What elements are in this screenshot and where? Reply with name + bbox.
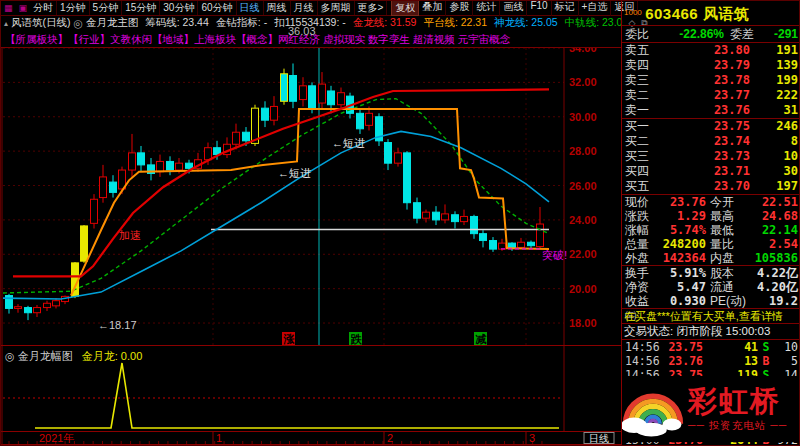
collapse-icon[interactable]: ▴ (1, 19, 11, 28)
tool-button-7[interactable]: 标记 (552, 0, 579, 16)
bid-price: 23.70 (661, 179, 750, 194)
tick-time: 14:56 (625, 354, 659, 368)
tool-button-5[interactable]: 画线 (500, 0, 527, 16)
period-button-6[interactable]: 60分钟 (198, 1, 236, 15)
bid-price: 23.75 (661, 119, 750, 134)
main-candlestick-chart[interactable]: 34.0032.0030.0028.0026.0024.0022.0020.00… (1, 47, 621, 347)
ask-price: 23.79 (661, 58, 750, 73)
period-button-4[interactable]: 15分钟 (122, 1, 160, 15)
metric-神龙线: 神龙线: 25.05 (494, 16, 558, 30)
period-button-11[interactable]: 更多> (355, 1, 388, 15)
period-button-8[interactable]: 周线 (264, 1, 291, 15)
svg-text:24.00: 24.00 (569, 214, 597, 226)
period-button-10[interactable]: 多周期 (318, 1, 355, 15)
indicator-metrics: 筹码线: 23.44金钻指标: -扣115534139: -金龙线: 31.59… (138, 16, 622, 30)
stat-value: 5.74% (659, 223, 710, 237)
indicator-circle-icon[interactable]: ◎ (5, 350, 15, 362)
quote-panel: 1000 603466 风语筑 委比 -22.86% 委差 -291 卖五23.… (621, 1, 800, 446)
period-button-2[interactable]: 1分钟 (57, 1, 90, 15)
ask-row-卖一[interactable]: 卖一23.7631 (622, 103, 800, 119)
tick-price: 23.75 (659, 340, 703, 354)
ask-volume: 199 (750, 73, 798, 88)
logo-title: 彩虹桥 (688, 386, 787, 416)
ask-row-卖二[interactable]: 卖二23.77222 (622, 88, 800, 103)
bid-row-买三[interactable]: 买三23.7310 (622, 149, 800, 164)
period-button-9[interactable]: 月线 (291, 1, 318, 15)
ask-volume: 31 (750, 103, 798, 118)
stat-row: 净资5.47流通4.20亿 (622, 280, 800, 294)
stock-app-window: ▦ ▣ 分时1分钟5分钟15分钟30分钟60分钟日线周线月线多周期更多> 复权叠… (0, 0, 800, 446)
svg-text:←18.17: ←18.17 (98, 319, 137, 331)
stat-label: 净资 (625, 280, 659, 294)
sub-chart-header: ◎ 金月龙幅图 金月龙: 0.00 (5, 349, 142, 364)
tick-row: 14:5623.7613B5 (622, 354, 800, 368)
tick-volume: 41 (703, 340, 758, 354)
code-prefix: 1000 (624, 8, 642, 17)
ask-label: 卖一 (625, 103, 661, 118)
stat-value: 105836 (750, 251, 798, 265)
tick-count: 5 (774, 354, 798, 368)
big-order-alert[interactable]: 在买盘***位置有大买单,查看详情 (622, 309, 800, 324)
stat-value: 4.20亿 (750, 280, 798, 294)
tick-count: 10 (774, 340, 798, 354)
tool-buttons: 复权叠加参股统计画线F10标记+自选返回 (389, 0, 638, 16)
period-button-3[interactable]: 5分钟 (90, 1, 123, 15)
svg-text:跌: 跌 (351, 333, 363, 345)
stat-label: 最低 (710, 223, 750, 237)
stat-label: 外盘 (625, 251, 659, 265)
stat-label: 流通 (710, 280, 750, 294)
stat-label: 今开 (710, 195, 750, 209)
window-mode-icon[interactable]: ▣ (16, 3, 31, 13)
tool-button-2[interactable]: 叠加 (419, 0, 446, 16)
stat-value: 4.22亿 (750, 266, 798, 280)
svg-text:涨: 涨 (283, 333, 296, 345)
period-button-1[interactable]: 分时 (30, 1, 57, 15)
period-button-7[interactable]: 日线 (237, 1, 264, 15)
stat-label: 现价 (625, 195, 659, 209)
tick-direction: B (758, 354, 774, 368)
svg-text:突破!: 突破! (542, 249, 567, 261)
bid-volume: 246 (750, 119, 798, 134)
bid-row-买一[interactable]: 买一23.75246 (622, 119, 800, 134)
svg-text:30.00: 30.00 (569, 111, 597, 123)
ask-label: 卖三 (625, 73, 661, 88)
tool-button-8[interactable]: +自选 (579, 0, 612, 16)
tool-button-3[interactable]: 参股 (446, 0, 473, 16)
stat-row: 外盘142364内盘105836 (622, 251, 800, 266)
period-button-5[interactable]: 30分钟 (160, 1, 198, 15)
period-toolbar: ▦ ▣ 分时1分钟5分钟15分钟30分钟60分钟日线周线月线多周期更多> 复权叠… (1, 1, 621, 16)
tool-button-1[interactable]: 复权 (391, 0, 419, 16)
stat-label: PE(动) (710, 294, 750, 308)
bid-volume: 197 (750, 179, 798, 194)
indicator-circle-icon[interactable]: ◎ (71, 17, 86, 29)
ask-price: 23.77 (661, 88, 750, 103)
svg-text:←短进: ←短进 (278, 167, 311, 179)
ask-levels: 卖五23.80191卖四23.79139卖三23.78199卖二23.77222… (622, 43, 800, 119)
stat-grid: 现价23.76今开22.51涨跌1.29最高24.68涨幅5.74%最低22.1… (622, 195, 800, 309)
time-axis[interactable]: 2021年123日线 (1, 431, 621, 445)
line-pingtai (71, 109, 549, 296)
stat-value: 5.47 (659, 280, 710, 294)
svg-text:3: 3 (529, 432, 535, 444)
ask-row-卖三[interactable]: 卖三23.78199 (622, 73, 800, 88)
stat-label: 股本 (710, 266, 750, 280)
ask-row-卖四[interactable]: 卖四23.79139 (622, 58, 800, 73)
tool-button-6[interactable]: F10 (527, 0, 551, 16)
tick-row: 14:5623.7541S10 (622, 340, 800, 354)
stat-value: 0.930 (659, 294, 710, 308)
stat-row: 总量248200量比2.54 (622, 237, 800, 251)
high-price-marker-label: 36.03 (288, 25, 316, 37)
bid-row-买四[interactable]: 买四23.7130 (622, 164, 800, 179)
svg-text:28.00: 28.00 (569, 145, 597, 157)
bid-price: 23.71 (661, 164, 750, 179)
svg-text:26.00: 26.00 (569, 180, 597, 192)
bid-row-买五[interactable]: 买五23.70197 (622, 179, 800, 195)
bid-row-买二[interactable]: 买二23.748 (622, 134, 800, 149)
sub-indicator-value: 金月龙: 0.00 (82, 350, 143, 362)
bid-volume: 10 (750, 149, 798, 164)
menu-grid-icon[interactable]: ▦ (1, 3, 16, 13)
ask-price: 23.80 (661, 43, 750, 58)
ask-row-卖五[interactable]: 卖五23.80191 (622, 43, 800, 58)
stock-code-name: 603466 风语筑 (645, 5, 749, 22)
tool-button-4[interactable]: 统计 (473, 0, 500, 16)
